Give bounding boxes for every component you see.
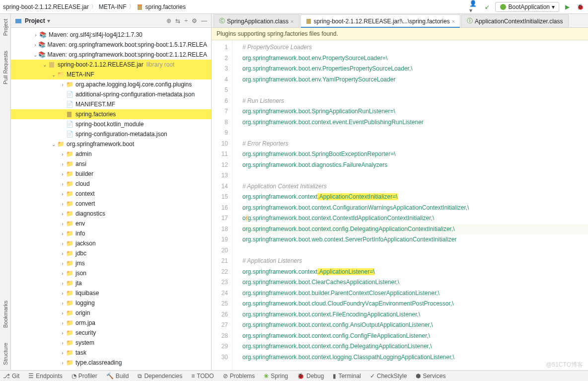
debug-icon: 🐞 — [297, 373, 304, 380]
svg-rect-1 — [138, 4, 142, 6]
chevron-right-icon: 〉 — [91, 2, 97, 11]
tree-metainf[interactable]: ⌄📁META-INF — [11, 70, 211, 79]
tree-dir-admin[interactable]: ›📁admin — [11, 149, 211, 159]
tree-kotlin[interactable]: 📄spring-boot.kotlin_module — [11, 119, 211, 129]
tree-addl[interactable]: 📄additional-spring-configuration-metadat… — [11, 89, 211, 99]
tree-dir-convert[interactable]: ›📁convert — [11, 199, 211, 209]
breadcrumb[interactable]: spring-boot-2.1.12.RELEASE.jar 〉 META-IN… — [3, 2, 186, 11]
package-icon: 📁 — [57, 140, 65, 148]
line-number: 11 — [212, 149, 228, 160]
line-number: 4 — [212, 75, 228, 85]
tree-dir-security[interactable]: ›📁security — [11, 328, 211, 338]
tree-dir-env[interactable]: ›📁env — [11, 219, 211, 229]
locate-icon[interactable]: ⊕ — [166, 17, 171, 24]
editor-area: ⒸSpringApplication.class× spring-boot-2.… — [212, 14, 588, 370]
rail-pull-requests[interactable]: Pull Requests — [2, 51, 8, 84]
close-icon[interactable]: × — [452, 18, 455, 24]
tree-dir-cloud[interactable]: ›📁cloud — [11, 179, 211, 189]
line-number: 16 — [212, 203, 228, 214]
code-content[interactable]: # PropertySource Loaders org.springframe… — [232, 40, 588, 370]
folder-icon: 📁 — [66, 279, 74, 287]
tree-dir-info[interactable]: ›📁info — [11, 229, 211, 238]
tree-dir-orm.jpa[interactable]: ›📁orm.jpa — [11, 318, 211, 328]
chevron-down-icon[interactable]: ▾ — [47, 17, 50, 24]
tree-dir-ansi[interactable]: ›📁ansi — [11, 159, 211, 169]
folder-icon: 📁 — [66, 249, 74, 257]
project-icon — [15, 17, 22, 24]
rail-project[interactable]: Project — [2, 19, 8, 36]
terminal-icon: ▮ — [333, 373, 336, 380]
folder-icon: 📁 — [66, 239, 74, 247]
tree-dir-jta[interactable]: ›📁jta — [11, 278, 211, 288]
tree-plugins[interactable]: ›📁org.apache.logging.log4j.core.config.p… — [11, 79, 211, 89]
user-icon[interactable]: 👤▾ — [469, 2, 479, 12]
tree-dir-liquibase[interactable]: ›📁liquibase — [11, 288, 211, 298]
tree-maven1[interactable]: ›📚Maven: org.slf4j:slf4j-log4j12:1.7.30 — [11, 30, 211, 40]
crumb-jar[interactable]: spring-boot-2.1.12.RELEASE.jar — [3, 3, 89, 10]
tree-dir-jms[interactable]: ›📁jms — [11, 258, 211, 268]
tree-factories[interactable]: spring.factories — [11, 109, 211, 119]
tree-dir-logging[interactable]: ›📁logging — [11, 298, 211, 308]
line-number: 12 — [212, 160, 228, 171]
project-tree[interactable]: ›📚Maven: org.slf4j:slf4j-log4j12:1.7.30 … — [11, 28, 211, 370]
tab-app-context-init[interactable]: ⒾApplicationContextInitializer.class — [461, 14, 568, 27]
tree-dir-jackson[interactable]: ›📁jackson — [11, 238, 211, 248]
hide-icon[interactable]: — — [201, 17, 207, 24]
rail-bookmarks[interactable]: Bookmarks — [2, 301, 8, 328]
folder-icon: 📁 — [66, 369, 74, 370]
bb-terminal[interactable]: ▮Terminal — [333, 373, 361, 380]
line-number: 15 — [212, 192, 228, 203]
tree-dir-builder[interactable]: ›📁builder — [11, 169, 211, 179]
line-number: 3 — [212, 64, 228, 75]
settings-icon[interactable]: ⚙ — [192, 17, 197, 24]
crumb-metainf[interactable]: META-INF — [99, 3, 127, 10]
crumb-file[interactable]: spring.factories — [146, 3, 186, 10]
bb-dependencies[interactable]: ⧉Dependencies — [138, 373, 182, 380]
tree-pkg[interactable]: ⌄📁org.springframework.boot — [11, 139, 211, 149]
problems-icon: ⊘ — [223, 373, 228, 380]
code-editor[interactable]: 1234567891011121314151617181920212223242… — [212, 40, 588, 370]
tab-spring-factories[interactable]: spring-boot-2.1.12.RELEASE.jar!\...\spri… — [300, 14, 461, 27]
expand-icon[interactable]: ⇆ — [175, 17, 180, 24]
folder-icon: 📁 — [66, 190, 74, 198]
line-number: 23 — [212, 277, 228, 288]
bb-todo[interactable]: ≡TODO — [191, 373, 214, 380]
tree-dir-origin[interactable]: ›📁origin — [11, 308, 211, 318]
tree-manifest[interactable]: 📄MANIFEST.MF — [11, 99, 211, 109]
bb-problems[interactable]: ⊘Problems — [223, 373, 255, 380]
tree-maven3[interactable]: ⌄📚Maven: org.springframework.boot:spring… — [11, 50, 211, 60]
tree-dir-json[interactable]: ›📁json — [11, 268, 211, 278]
close-icon[interactable]: × — [291, 18, 294, 24]
rail-structure[interactable]: Structure — [2, 343, 8, 365]
tree-dir-diagnostics[interactable]: ›📁diagnostics — [11, 209, 211, 219]
update-icon[interactable]: ↙ — [482, 2, 492, 12]
line-number: 6 — [212, 96, 228, 107]
bb-build[interactable]: 🔨Build — [106, 373, 129, 380]
tree-dir-context[interactable]: ›📁context — [11, 189, 211, 199]
bb-endpoints[interactable]: ☰Endpoints — [28, 373, 62, 380]
bb-debug[interactable]: 🐞Debug — [297, 373, 324, 380]
bb-checkstyle[interactable]: ✓CheckStyle — [370, 373, 407, 380]
line-gutter: 1234567891011121314151617181920212223242… — [212, 40, 232, 370]
bottom-tool-bar: ⎇Git ☰Endpoints ◔Profiler 🔨Build ⧉Depend… — [0, 370, 588, 381]
bb-spring[interactable]: ❀Spring — [264, 373, 288, 380]
collapse-icon[interactable]: ÷ — [184, 17, 188, 24]
tree-meta[interactable]: 📄spring-configuration-metadata.json — [11, 129, 211, 139]
dir-label: jta — [75, 280, 82, 287]
bb-services[interactable]: ⬢Services — [416, 373, 445, 380]
tree-maven2[interactable]: ›📚Maven: org.springframework.boot:spring… — [11, 40, 211, 50]
tree-dir-system[interactable]: ›📁system — [11, 338, 211, 348]
panel-title[interactable]: Project — [25, 17, 45, 24]
run-icon[interactable]: ▶ — [562, 2, 572, 12]
tree-dir-util[interactable]: ›📁util — [11, 368, 211, 370]
line-number: 21 — [212, 256, 228, 267]
tab-spring-application[interactable]: ⒸSpringApplication.class× — [214, 14, 299, 27]
run-configuration[interactable]: BootApplication ▾ — [495, 2, 559, 12]
bb-git[interactable]: ⎇Git — [3, 373, 19, 380]
bb-profiler[interactable]: ◔Profiler — [72, 373, 97, 380]
tree-dir-type.classreading[interactable]: ›📁type.classreading — [11, 358, 211, 368]
tree-dir-task[interactable]: ›📁task — [11, 348, 211, 358]
tree-jar[interactable]: ⌄spring-boot-2.1.12.RELEASE.jarlibrary r… — [11, 60, 211, 70]
tree-dir-jdbc[interactable]: ›📁jdbc — [11, 248, 211, 258]
debug-icon[interactable]: 🐞 — [575, 2, 585, 12]
